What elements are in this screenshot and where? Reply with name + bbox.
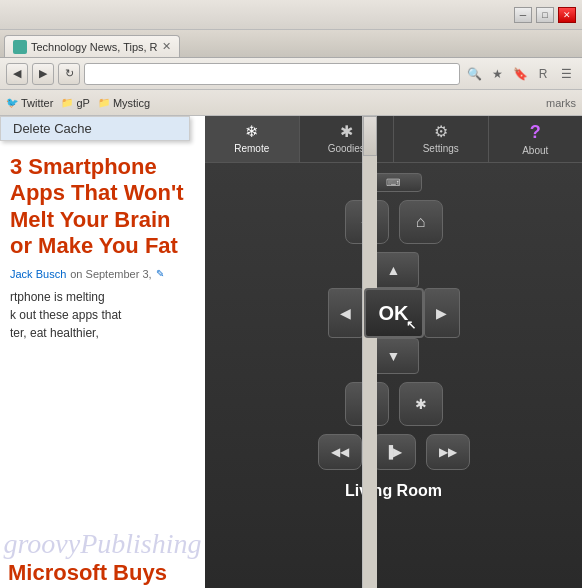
remote-tab-about-label: About (522, 145, 548, 156)
play-pause-icon: ▐▶ (385, 445, 403, 459)
back-nav-button[interactable]: ◀ (6, 63, 28, 85)
groovy-logo: groovyPublishing (0, 528, 205, 560)
home-button[interactable]: ⌂ (399, 200, 443, 244)
bookmark-twitter-label: Twitter (21, 97, 53, 109)
keyboard-icon: ⌨ (386, 177, 401, 188)
remote-tab-goodies-icon: ✱ (340, 122, 353, 141)
remote-tab-goodies[interactable]: ✱ Goodies (300, 116, 395, 162)
delete-cache-label: Delete Cache (13, 121, 92, 136)
forward-nav-button[interactable]: ▶ (32, 63, 54, 85)
nav-bar: ◀ ▶ ↻ 🔍 ★ 🔖 R ☰ (0, 58, 582, 90)
remote-tab-about[interactable]: ? About (489, 116, 583, 162)
cursor-icon: ↖ (406, 318, 416, 332)
remote-tab-remote-label: Remote (234, 143, 269, 154)
tab-close-icon[interactable]: ✕ (162, 40, 171, 53)
fast-forward-icon: ▶▶ (439, 445, 457, 459)
delete-cache-menu: Delete Cache (0, 116, 190, 141)
author-date: on September 3, (70, 268, 151, 280)
asterisk-icon: ✱ (415, 396, 427, 412)
bookmark-gp[interactable]: 📁 gP (61, 97, 89, 109)
refresh-button[interactable]: ↻ (58, 63, 80, 85)
scrollbar[interactable] (362, 116, 377, 588)
dpad-middle-row: ◀ OK ↖ ▶ (328, 288, 460, 338)
remote-tab-settings-label: Settings (423, 143, 459, 154)
edit-icon: ✎ (156, 268, 164, 279)
dpad: ▲ ◀ OK ↖ ▶ ▼ (328, 252, 460, 374)
menu-icon[interactable]: ☰ (556, 64, 576, 84)
dpad-right-button[interactable]: ▶ (424, 288, 460, 338)
readitlater-icon[interactable]: R (533, 64, 553, 84)
author-name-link[interactable]: Jack Busch (10, 268, 66, 280)
ok-label: OK (379, 302, 409, 325)
star-icon[interactable]: ★ (487, 64, 507, 84)
rewind-icon: ◀◀ (331, 445, 349, 459)
remote-panel: ❄ Remote ✱ Goodies ⚙ Settings ? About (205, 116, 582, 588)
webpage-area: Delete Cache 3 Smartphone Apps That Won'… (0, 116, 205, 588)
remote-tabs: ❄ Remote ✱ Goodies ⚙ Settings ? About (205, 116, 582, 163)
mysticg-icon: 📁 (98, 97, 110, 108)
fast-forward-button[interactable]: ▶▶ (426, 434, 470, 470)
browser-window: ─ □ ✕ Technology News, Tips, R ✕ ◀ ▶ ↻ 🔍… (0, 0, 582, 588)
home-icon: ⌂ (416, 213, 426, 231)
maximize-button[interactable]: □ (536, 7, 554, 23)
close-button[interactable]: ✕ (558, 7, 576, 23)
rewind-button[interactable]: ◀◀ (318, 434, 362, 470)
twitter-icon: 🐦 (6, 97, 18, 108)
tab-favicon (13, 40, 27, 54)
remote-tab-remote[interactable]: ❄ Remote (205, 116, 300, 162)
tab-label: Technology News, Tips, R (31, 41, 158, 53)
asterisk-button[interactable]: ✱ (399, 382, 443, 426)
search-icon[interactable]: 🔍 (464, 64, 484, 84)
media-controls-row: ◀◀ ▐▶ ▶▶ (318, 434, 470, 470)
delete-cache-item[interactable]: Delete Cache (1, 117, 189, 140)
remote-tab-snowflake-icon: ❄ (245, 122, 258, 141)
remote-tab-settings-icon: ⚙ (434, 122, 448, 141)
nav-icon-group: 🔍 ★ 🔖 R ☰ (464, 64, 576, 84)
browser-tab[interactable]: Technology News, Tips, R ✕ (4, 35, 180, 57)
bookmarks-more-label: marks (546, 97, 576, 109)
dpad-left-button[interactable]: ◀ (328, 288, 364, 338)
article-body: rtphone is melting k out these apps that… (10, 288, 195, 342)
bookmark-gp-label: gP (76, 97, 89, 109)
main-content: Delete Cache 3 Smartphone Apps That Won'… (0, 116, 582, 588)
play-pause-button[interactable]: ▐▶ (372, 434, 416, 470)
article-author: Jack Busch on September 3, ✎ (10, 268, 195, 280)
bookmark-icon[interactable]: 🔖 (510, 64, 530, 84)
dpad-ok-button[interactable]: OK ↖ (364, 288, 424, 338)
remote-tab-settings[interactable]: ⚙ Settings (394, 116, 489, 162)
address-bar[interactable] (84, 63, 460, 85)
minimize-button[interactable]: ─ (514, 7, 532, 23)
gp-icon: 📁 (61, 97, 73, 108)
room-label: Living Room (345, 478, 442, 504)
bookmark-mysticg[interactable]: 📁 Mysticg (98, 97, 150, 109)
title-bar: ─ □ ✕ (0, 0, 582, 30)
bookmark-twitter[interactable]: 🐦 Twitter (6, 97, 53, 109)
microsoft-buys-text: Microsoft Buys (8, 560, 167, 586)
back-home-row: ← ⌂ (345, 200, 443, 244)
scrollbar-thumb[interactable] (363, 116, 377, 156)
replay-asterisk-row: ↺ ✱ (345, 382, 443, 426)
remote-tab-goodies-label: Goodies (328, 143, 365, 154)
remote-tab-about-icon: ? (530, 122, 541, 143)
title-bar-controls: ─ □ ✕ (514, 7, 576, 23)
tab-bar: Technology News, Tips, R ✕ (0, 30, 582, 58)
bookmark-mysticg-label: Mysticg (113, 97, 150, 109)
bookmarks-bar: 🐦 Twitter 📁 gP 📁 Mysticg marks (0, 90, 582, 116)
article-title: 3 Smartphone Apps That Won't Melt Your B… (10, 154, 195, 260)
article-content: 3 Smartphone Apps That Won't Melt Your B… (0, 146, 205, 350)
remote-body: ⌨ ← ⌂ ▲ ◀ (205, 163, 582, 588)
